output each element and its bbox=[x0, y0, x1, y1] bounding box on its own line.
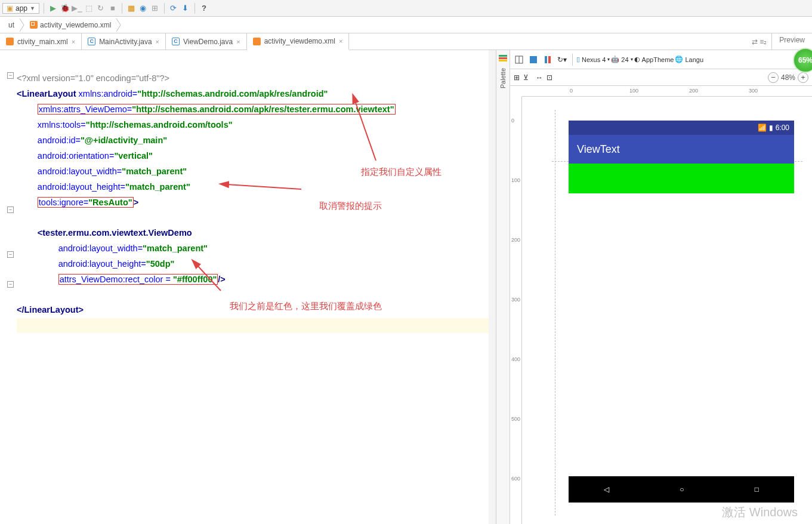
run-icon[interactable]: ▶ bbox=[48, 4, 58, 13]
home-icon: ○ bbox=[680, 485, 684, 494]
magnet-icon[interactable]: ⊻ bbox=[523, 73, 529, 82]
close-icon[interactable]: × bbox=[339, 38, 342, 45]
preview-pane: ↻▾ ▯Nexus 4▾ 🤖24▾ ◐AppTheme 🌐Langu ⊞ ⊻ ↔… bbox=[510, 50, 812, 524]
chevron-down-icon: ▼ bbox=[30, 5, 35, 11]
palette-label: Palette bbox=[499, 68, 507, 88]
theme-selector[interactable]: ◐AppTheme bbox=[634, 56, 674, 63]
toolbar-separator bbox=[164, 3, 165, 14]
fold-icon[interactable]: − bbox=[7, 206, 14, 213]
close-icon[interactable]: × bbox=[236, 38, 240, 45]
main-toolbar: ▣ app ▼ ▶ 🐞 ▶⎯ ⬚ ↻ ■ ▦ ◉ ⊞ ⟳ ⬇ ? bbox=[0, 0, 812, 17]
zoom-value: 48% bbox=[781, 73, 795, 82]
phone-status-bar: 📶 ▮ 6:00 bbox=[569, 121, 794, 135]
download-icon[interactable]: ⬇ bbox=[181, 4, 190, 13]
sync-icon[interactable]: ⟳ bbox=[169, 4, 178, 13]
close-icon[interactable]: × bbox=[72, 38, 75, 45]
wifi-icon: 📶 bbox=[758, 124, 767, 132]
breadcrumb-separator bbox=[19, 17, 25, 33]
device-selector[interactable]: ▯Nexus 4▾ bbox=[576, 56, 610, 63]
profile-icon[interactable]: ↻ bbox=[96, 4, 106, 13]
api-selector[interactable]: 🤖24▾ bbox=[611, 56, 632, 63]
annotation-text: 指定我们自定义属性 bbox=[361, 167, 441, 178]
xml-file-icon bbox=[6, 38, 14, 45]
annotation-text: 我们之前是红色，这里我们覆盖成绿色 bbox=[230, 301, 382, 312]
tab-activity-main[interactable]: ctivity_main.xml × bbox=[0, 33, 82, 50]
zoom-in-icon[interactable]: + bbox=[798, 72, 808, 83]
vertical-ruler: 0 100 200 300 400 500 600 bbox=[510, 97, 522, 524]
stop-icon[interactable]: ■ bbox=[108, 4, 118, 13]
toolbar-separator bbox=[44, 3, 44, 14]
orientation-icon[interactable] bbox=[541, 53, 554, 66]
viewdemo-green-rect bbox=[569, 164, 794, 193]
design-canvas[interactable]: 0 100 200 300 0 100 200 300 400 500 600 bbox=[510, 86, 812, 524]
constraints-icon[interactable]: ⊡ bbox=[547, 73, 552, 82]
toolbar-separator bbox=[194, 3, 195, 14]
phone-nav-bar: ◁ ○ □ bbox=[569, 476, 794, 503]
java-file-icon: C bbox=[88, 38, 95, 45]
preview-toolbar: ↻▾ ▯Nexus 4▾ 🤖24▾ ◐AppTheme 🌐Langu bbox=[510, 50, 812, 69]
avd-manager-icon[interactable]: ▦ bbox=[126, 4, 136, 13]
editor-gutter: − − − − bbox=[0, 50, 17, 524]
coverage-icon[interactable]: ⬚ bbox=[84, 4, 94, 13]
svg-rect-4 bbox=[499, 55, 507, 57]
debug-icon[interactable]: 🐞 bbox=[60, 4, 70, 13]
svg-rect-8 bbox=[530, 56, 537, 63]
blueprint-icon[interactable] bbox=[527, 53, 540, 66]
fold-icon[interactable]: − bbox=[7, 72, 14, 79]
device-preview: 📶 ▮ 6:00 ViewText ◁ ○ □ bbox=[569, 121, 794, 503]
horizontal-ruler: 0 100 200 300 bbox=[522, 86, 812, 97]
phone-time: 6:00 bbox=[776, 124, 789, 132]
fold-icon[interactable]: − bbox=[7, 251, 14, 258]
module-label: app bbox=[16, 4, 27, 13]
breadcrumb-item[interactable]: ut bbox=[4, 20, 19, 30]
preview-toolbar-2: ⊞ ⊻ ↔ ⊡ − 48% + bbox=[510, 69, 812, 86]
phone-app-title: ViewText bbox=[577, 143, 620, 156]
xml-file-icon bbox=[30, 21, 38, 29]
recents-icon: □ bbox=[755, 485, 759, 494]
refresh-icon[interactable]: ↻▾ bbox=[555, 53, 569, 66]
zoom-out-icon[interactable]: − bbox=[768, 72, 779, 83]
editor-tabs: ctivity_main.xml × C MainActivity.java ×… bbox=[0, 33, 812, 50]
view-options-icon[interactable]: ⊞ bbox=[514, 73, 520, 82]
layout-inspector-icon[interactable]: ⊞ bbox=[150, 4, 160, 13]
autoconnect-icon[interactable]: ↔ bbox=[536, 73, 543, 82]
annotation-text: 取消警报的提示 bbox=[319, 201, 382, 212]
svg-rect-3 bbox=[499, 57, 507, 59]
breadcrumb: ut activity_viewdemo.xml bbox=[0, 17, 812, 33]
attach-debugger-icon[interactable]: ▶⎯ bbox=[72, 4, 82, 13]
preview-panel-title[interactable]: Preview bbox=[771, 33, 812, 50]
fold-icon[interactable]: − bbox=[7, 281, 14, 288]
java-file-icon: C bbox=[172, 38, 180, 45]
tab-tools[interactable]: ⇄ ≡₂ bbox=[752, 33, 771, 50]
breadcrumb-separator bbox=[116, 17, 122, 33]
language-selector[interactable]: 🌐Langu bbox=[675, 56, 703, 63]
palette-strip[interactable]: Palette bbox=[496, 50, 510, 524]
design-surface-icon[interactable] bbox=[512, 53, 526, 66]
toolbar-separator bbox=[122, 3, 122, 14]
tab-main-activity[interactable]: C MainActivity.java × bbox=[82, 33, 166, 50]
tab-activity-viewdemo[interactable]: activity_viewdemo.xml × bbox=[247, 33, 350, 50]
vertical-scrollbar[interactable] bbox=[489, 50, 496, 524]
breadcrumb-item[interactable]: activity_viewdemo.xml bbox=[25, 20, 116, 30]
xml-file-icon bbox=[253, 38, 261, 45]
help-icon[interactable]: ? bbox=[199, 4, 209, 13]
module-selector[interactable]: ▣ app ▼ bbox=[2, 3, 39, 14]
battery-icon: ▮ bbox=[769, 124, 773, 132]
code-content: <?xml version="1.0" encoding="utf-8"?> <… bbox=[17, 50, 496, 333]
sdk-manager-icon[interactable]: ◉ bbox=[138, 4, 148, 13]
code-editor[interactable]: − − − − <?xml version="1.0" encoding="ut… bbox=[0, 50, 496, 524]
palette-icon bbox=[498, 53, 508, 62]
close-icon[interactable]: × bbox=[156, 38, 159, 45]
svg-rect-9 bbox=[545, 56, 547, 63]
tab-viewdemo-java[interactable]: C ViewDemo.java × bbox=[166, 33, 247, 50]
windows-activation-watermark: 激活 Windows bbox=[722, 504, 798, 520]
back-icon: ◁ bbox=[604, 485, 609, 494]
phone-app-bar: ViewText bbox=[569, 135, 794, 164]
svg-rect-5 bbox=[499, 60, 507, 61]
svg-rect-10 bbox=[548, 56, 551, 63]
